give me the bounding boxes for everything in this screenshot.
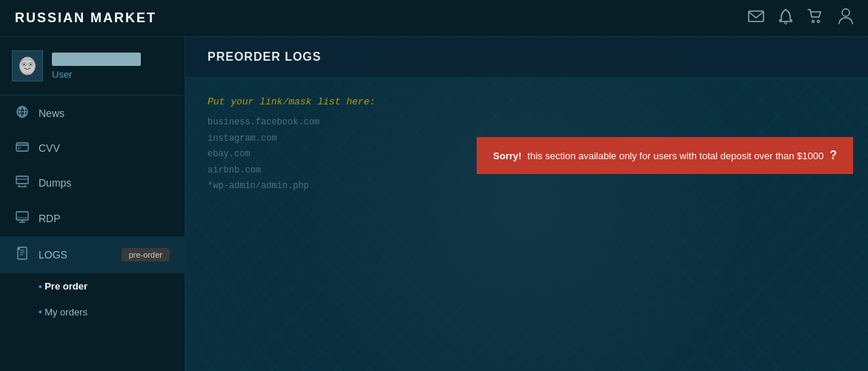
mail-icon[interactable] bbox=[748, 10, 764, 26]
sidebar-item-rdp[interactable]: RDP bbox=[0, 201, 185, 236]
dumps-icon bbox=[15, 176, 30, 190]
cvv-label: CVV bbox=[39, 142, 60, 154]
header: RUSSIAN MARKET bbox=[0, 0, 868, 37]
news-label: News bbox=[39, 107, 64, 119]
svg-rect-0 bbox=[749, 11, 763, 21]
user-profile: User bbox=[0, 37, 185, 96]
myorders-label: My orders bbox=[44, 307, 87, 318]
svg-point-7 bbox=[23, 64, 25, 65]
preorder-label: Pre order bbox=[44, 281, 87, 292]
sorry-message-box: Sorry! this section available only for u… bbox=[477, 137, 853, 174]
link-item-4: *wp-admin/admin.php bbox=[208, 178, 430, 195]
user-icon[interactable] bbox=[838, 8, 853, 28]
link-item-0: business.facebook.com bbox=[208, 115, 430, 131]
svg-point-1 bbox=[785, 22, 787, 24]
logs-label: LOGS bbox=[39, 249, 67, 261]
sidebar-subitem-preorder[interactable]: Pre order bbox=[0, 273, 185, 299]
sidebar-item-news[interactable]: News bbox=[0, 96, 185, 131]
link-input-area: Put your link/mask list here: business.f… bbox=[208, 96, 430, 195]
dumps-label: Dumps bbox=[39, 177, 71, 189]
sorry-bold: Sorry! bbox=[493, 150, 521, 161]
svg-point-30 bbox=[18, 248, 20, 250]
link-list: business.facebook.com instagram.com ebay… bbox=[208, 115, 430, 195]
main-layout: User News bbox=[0, 37, 868, 371]
monitor-icon bbox=[15, 211, 30, 226]
username-bar bbox=[52, 53, 141, 66]
svg-point-8 bbox=[30, 64, 32, 65]
svg-rect-22 bbox=[16, 212, 28, 220]
svg-point-4 bbox=[20, 57, 36, 75]
logs-left: LOGS bbox=[15, 247, 67, 263]
rdp-label: RDP bbox=[39, 213, 61, 224]
sorry-question-icon[interactable]: ? bbox=[829, 149, 837, 162]
sidebar-item-dumps[interactable]: Dumps bbox=[0, 165, 185, 201]
sidebar-item-logs[interactable]: LOGS pre-order bbox=[0, 236, 185, 273]
site-logo: RUSSIAN MARKET bbox=[15, 10, 156, 26]
header-icons bbox=[748, 8, 853, 28]
content-inner: Put your link/mask list here: business.f… bbox=[185, 78, 868, 213]
user-info: User bbox=[52, 53, 141, 80]
sidebar-subitem-myorders[interactable]: My orders bbox=[0, 299, 185, 325]
svg-point-3 bbox=[818, 21, 820, 23]
svg-point-2 bbox=[812, 21, 815, 23]
page-title-bar: PREORDER LOGS bbox=[185, 37, 868, 78]
svg-rect-14 bbox=[16, 143, 28, 151]
page-title: PREORDER LOGS bbox=[208, 50, 846, 64]
link-item-2: ebay.com bbox=[208, 147, 430, 163]
link-item-1: instagram.com bbox=[208, 131, 430, 147]
link-input-label: Put your link/mask list here: bbox=[208, 96, 430, 107]
card-icon bbox=[15, 141, 30, 155]
cart-icon[interactable] bbox=[807, 9, 824, 27]
globe-icon bbox=[15, 106, 30, 121]
svg-rect-17 bbox=[16, 176, 28, 184]
sidebar: User News bbox=[0, 37, 185, 371]
link-item-3: airbnb.com bbox=[208, 163, 430, 179]
sorry-text: this section available only for users wi… bbox=[528, 150, 824, 161]
content-area: PREORDER LOGS Put your link/mask list he… bbox=[185, 37, 868, 371]
user-label: User bbox=[52, 69, 141, 80]
logs-icon bbox=[15, 247, 30, 263]
avatar bbox=[12, 50, 43, 81]
sidebar-item-cvv[interactable]: CVV bbox=[0, 131, 185, 165]
notification-icon[interactable] bbox=[779, 8, 792, 28]
pre-order-badge: pre-order bbox=[122, 248, 170, 261]
